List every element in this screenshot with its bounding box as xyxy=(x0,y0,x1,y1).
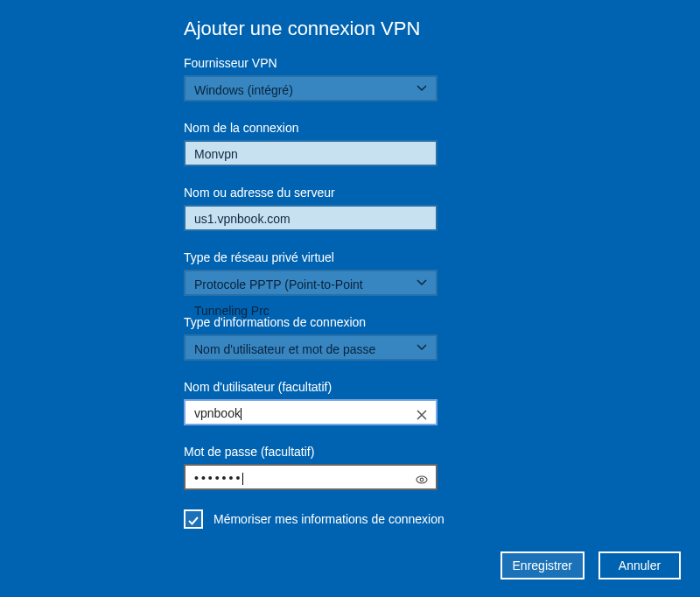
input-server-address-value: us1.vpnbook.com xyxy=(194,212,290,226)
checkmark-icon xyxy=(188,514,199,524)
input-connection-name-value: Monvpn xyxy=(194,147,238,161)
label-username: Nom d'utilisateur (facultatif) xyxy=(184,380,700,394)
svg-point-0 xyxy=(416,476,427,483)
reveal-password-icon[interactable] xyxy=(415,470,429,484)
field-username: Nom d'utilisateur (facultatif) vpnbook xyxy=(184,380,700,425)
input-username-value: vpnbook xyxy=(194,406,241,420)
input-password[interactable]: ••••••• xyxy=(184,464,438,490)
select-signin-type[interactable]: Nom d'utilisateur et mot de passe xyxy=(184,334,438,361)
field-vpn-provider: Fournisseur VPN Windows (intégré) xyxy=(184,56,700,102)
remember-credentials-row: Mémoriser mes informations de connexion xyxy=(184,509,700,529)
field-server-address: Nom ou adresse du serveur us1.vpnbook.co… xyxy=(184,186,700,231)
select-signin-type-value: Nom d'utilisateur et mot de passe xyxy=(194,342,375,356)
page-title: Ajouter une connexion VPN xyxy=(184,18,700,40)
label-connection-name: Nom de la connexion xyxy=(184,121,700,135)
select-vpn-provider-value: Windows (intégré) xyxy=(194,83,293,97)
input-connection-name[interactable]: Monvpn xyxy=(184,140,438,166)
checkbox-remember-credentials[interactable] xyxy=(184,509,203,529)
input-server-address[interactable]: us1.vpnbook.com xyxy=(184,205,438,231)
label-vpn-type: Type de réseau privé virtuel xyxy=(184,250,700,264)
chevron-down-icon xyxy=(416,342,427,353)
select-vpn-type-value: Protocole PPTP (Point-to-Point Tunneling… xyxy=(194,277,363,318)
label-server-address: Nom ou adresse du serveur xyxy=(184,186,700,200)
input-username[interactable]: vpnbook xyxy=(184,399,438,425)
field-connection-name: Nom de la connexion Monvpn xyxy=(184,121,700,166)
cancel-button[interactable]: Annuler xyxy=(598,551,681,579)
select-vpn-provider[interactable]: Windows (intégré) xyxy=(184,75,438,102)
select-vpn-type[interactable]: Protocole PPTP (Point-to-Point Tunneling… xyxy=(184,270,438,296)
text-caret xyxy=(241,408,242,420)
label-password: Mot de passe (facultatif) xyxy=(184,445,700,459)
field-vpn-type: Type de réseau privé virtuel Protocole P… xyxy=(184,250,700,296)
dialog-button-row: Enregistrer Annuler xyxy=(500,551,681,579)
svg-point-1 xyxy=(420,478,424,481)
label-remember-credentials: Mémoriser mes informations de connexion xyxy=(214,512,444,526)
field-password: Mot de passe (facultatif) ••••••• xyxy=(184,445,700,490)
input-password-value: ••••••• xyxy=(194,471,242,485)
save-button[interactable]: Enregistrer xyxy=(500,551,584,579)
chevron-down-icon xyxy=(416,277,427,288)
text-caret xyxy=(242,473,243,485)
chevron-down-icon xyxy=(416,83,427,94)
vpn-form-panel: Ajouter une connexion VPN Fournisseur VP… xyxy=(0,0,700,529)
clear-input-icon[interactable] xyxy=(415,405,429,419)
label-vpn-provider: Fournisseur VPN xyxy=(184,56,700,70)
